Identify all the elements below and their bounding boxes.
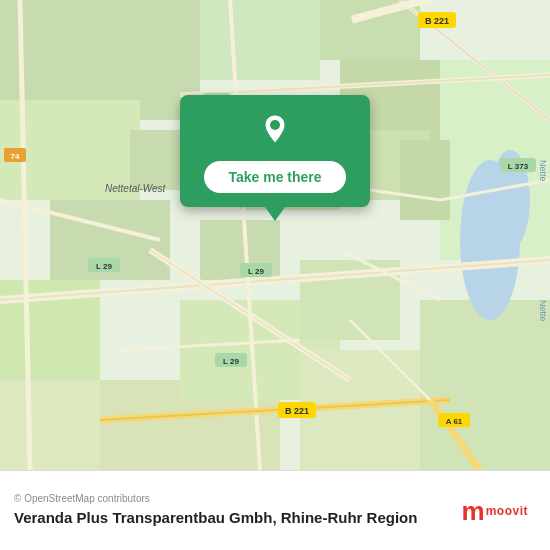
location-name: Veranda Plus Transparentbau Gmbh, Rhine-… xyxy=(14,508,454,528)
svg-text:74: 74 xyxy=(11,152,20,161)
svg-text:B 221: B 221 xyxy=(425,16,449,26)
svg-rect-11 xyxy=(420,300,550,470)
map-svg: B 221 K 2 L 373 Nettetal-West L 29 L 29 … xyxy=(0,0,550,470)
svg-rect-21 xyxy=(400,140,450,220)
take-me-there-button[interactable]: Take me there xyxy=(204,161,345,193)
svg-text:Nette: Nette xyxy=(538,160,548,182)
moovit-m-icon: m xyxy=(462,498,485,524)
copyright-text: © OpenStreetMap contributors xyxy=(14,493,454,504)
popup-card: Take me there xyxy=(180,95,370,207)
svg-text:B 221: B 221 xyxy=(285,406,309,416)
location-pin-icon xyxy=(256,113,294,151)
map-container: B 221 K 2 L 373 Nettetal-West L 29 L 29 … xyxy=(0,0,550,470)
svg-text:L 373: L 373 xyxy=(508,162,529,171)
svg-text:Nette: Nette xyxy=(538,300,548,322)
svg-text:A 61: A 61 xyxy=(446,417,463,426)
info-left: © OpenStreetMap contributors Veranda Plu… xyxy=(14,493,454,528)
svg-text:Nettetal-West: Nettetal-West xyxy=(105,183,167,194)
moovit-logo[interactable]: m moovit xyxy=(454,494,536,528)
svg-text:L 29: L 29 xyxy=(96,262,112,271)
moovit-brand-text: moovit xyxy=(486,504,528,518)
svg-text:L 29: L 29 xyxy=(248,267,264,276)
svg-rect-7 xyxy=(200,0,320,80)
info-bar: © OpenStreetMap contributors Veranda Plu… xyxy=(0,470,550,550)
svg-text:L 29: L 29 xyxy=(223,357,239,366)
svg-point-63 xyxy=(270,120,280,130)
